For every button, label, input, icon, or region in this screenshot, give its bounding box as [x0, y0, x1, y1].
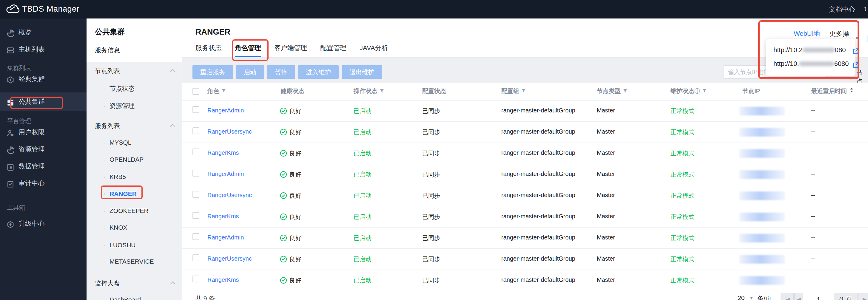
op-status: 已启动 [353, 107, 371, 115]
health-ok-icon [280, 256, 287, 263]
tab-role-management[interactable]: 角色管理 [235, 40, 261, 57]
maint-status: 正常模式 [671, 107, 694, 115]
panel-group-node-list[interactable]: 节点列表 [95, 67, 120, 75]
sidebar-section-toolbox: 工具箱 [7, 204, 25, 212]
sidebar-item-upgrade-center[interactable]: 升级中心 [0, 217, 87, 230]
node-ip-blurred [739, 255, 785, 264]
restart-service-button[interactable]: 重启服务 [192, 65, 233, 79]
tab-config-management[interactable]: 配置管理 [320, 40, 346, 57]
panel-item-knox[interactable]: ·KNOX [104, 224, 127, 231]
webui-url-item[interactable]: http://10.2080 [773, 44, 848, 56]
sidebar-section-clusters: 集群列表 [7, 64, 31, 72]
panel-group-monitor[interactable]: 监控大盘 [95, 279, 120, 288]
conf-status: 已同步 [422, 213, 440, 221]
start-button[interactable]: 启动 [236, 65, 264, 79]
panel-item-ranger[interactable]: ·RANGER [104, 190, 137, 197]
row-checkbox[interactable] [192, 191, 199, 198]
sidebar-item-classic-cluster[interactable]: 经典集群 [0, 72, 87, 86]
node-ip-blurred [739, 128, 785, 137]
health-ok-icon [280, 171, 287, 178]
panel-item-openldap[interactable]: ·OPENLDAP [104, 156, 144, 163]
external-link-icon[interactable] [852, 61, 859, 72]
panel-item-zookeeper[interactable]: ·ZOOKEEPER [104, 207, 149, 214]
role-link[interactable]: RangerAdmin [207, 171, 244, 177]
panel-item-metaservice[interactable]: ·METASERVICE [104, 258, 154, 265]
row-checkbox[interactable] [192, 170, 199, 176]
sidebar-item-data-mgmt[interactable]: 数据管理 [0, 160, 87, 173]
select-all-checkbox[interactable] [192, 88, 199, 95]
caret-down-icon[interactable]: ▼ [749, 296, 753, 300]
webui-url-item[interactable]: http://10.6080 [773, 58, 848, 70]
role-link[interactable]: RangerUsersync [207, 255, 252, 262]
user-menu-partial[interactable]: t [864, 5, 866, 13]
row-checkbox[interactable] [192, 233, 199, 240]
row-checkbox[interactable] [192, 254, 199, 261]
table-row: RangerUsersync 良好 已启动 已同步 ranger-master-… [182, 249, 868, 270]
pagination-current-page[interactable]: 1 [804, 293, 833, 300]
op-status: 已启动 [353, 234, 371, 242]
role-link[interactable]: RangerKms [207, 213, 239, 220]
resource-pie-icon [6, 145, 14, 153]
row-checkbox[interactable] [192, 148, 199, 155]
sidebar-item-audit-center[interactable]: 审计中心 [0, 177, 87, 190]
chevron-up-icon[interactable] [170, 124, 176, 129]
table-header: 角色 健康状态 操作状态 配置状态 配置组 节点类型 维护状态ⓘ 节点IP 最近… [182, 82, 868, 100]
external-link-icon[interactable] [852, 47, 859, 59]
health-ok-icon [280, 107, 287, 114]
pagination-page-total: /1 页 [834, 293, 858, 300]
col-node-ip: 节点IP [742, 87, 760, 95]
tab-java-analysis[interactable]: JAVA分析 [360, 40, 388, 57]
sidebar-item-user-perm[interactable]: 用户权限 [0, 126, 87, 139]
panel-item-krb5[interactable]: ·KRB5 [104, 173, 126, 180]
role-link[interactable]: RangerKms [207, 276, 239, 283]
panel-item-node-resource[interactable]: ·资源管理 [104, 102, 134, 110]
conf-status: 已同步 [422, 276, 440, 285]
panel-item-service-info[interactable]: 服务信息 [95, 46, 120, 54]
filter-funnel-icon[interactable] [703, 88, 707, 95]
panel-item-node-status[interactable]: ·节点状态 [104, 85, 134, 93]
sidebar-item-overview[interactable]: 概览 [0, 26, 87, 39]
sidebar-item-hosts[interactable]: 主机列表 [0, 43, 87, 56]
panel-item-luoshu[interactable]: ·LUOSHU [104, 241, 136, 249]
op-status: 已启动 [353, 255, 371, 263]
role-link[interactable]: RangerAdmin [207, 107, 244, 114]
sidebar-item-public-cluster[interactable]: 公共集群 [0, 95, 87, 108]
panel-item-dashboard[interactable]: ·DashBoard [104, 296, 141, 300]
sidebar-item-resource-mgmt[interactable]: 资源管理 [0, 143, 87, 156]
role-link[interactable]: RangerUsersync [207, 128, 252, 135]
panel-item-mysql[interactable]: ·MYSQL [104, 139, 132, 146]
chevron-up-icon[interactable] [170, 281, 176, 287]
table-row: RangerAdmin 良好 已启动 已同步 ranger-master-def… [182, 228, 868, 249]
pause-button[interactable]: 暂停 [267, 65, 295, 79]
tab-service-status[interactable]: 服务状态 [195, 40, 222, 57]
pagination-next-button[interactable]: ▶ [858, 293, 868, 300]
col-node-type: 节点类型 [597, 87, 627, 95]
role-link[interactable]: RangerKms [207, 149, 239, 156]
page-size-select[interactable]: 20 [738, 294, 744, 300]
info-icon[interactable]: ⓘ [694, 88, 700, 94]
row-checkbox[interactable] [192, 106, 199, 113]
caret-down-icon[interactable]: ▼ [855, 36, 859, 40]
row-checkbox[interactable] [192, 275, 199, 282]
col-health: 健康状态 [280, 87, 304, 95]
tab-client-management[interactable]: 客户端管理 [274, 40, 307, 57]
doc-center-link[interactable]: 文档中心 [829, 5, 855, 14]
exit-maintenance-button[interactable]: 退出维护 [342, 65, 382, 79]
sidebar: 概览 主机列表 集群列表 经典集群 公共集群 平台管理 用户权限 资源管理 [0, 19, 87, 300]
filter-funnel-icon[interactable] [380, 88, 384, 95]
filter-funnel-icon[interactable] [623, 88, 627, 95]
filter-funnel-icon[interactable] [522, 88, 526, 95]
pagination-prev-button[interactable]: ◀ [794, 293, 803, 300]
chevron-up-icon[interactable] [170, 69, 176, 74]
role-link[interactable]: RangerAdmin [207, 234, 244, 241]
row-checkbox[interactable] [192, 127, 199, 134]
role-link[interactable]: RangerUsersync [207, 192, 252, 199]
col-conf-status: 配置状态 [422, 87, 446, 95]
filter-funnel-icon[interactable] [222, 88, 226, 95]
conf-status: 已同步 [422, 255, 440, 263]
enter-maintenance-button[interactable]: 进入维护 [298, 65, 339, 79]
panel-group-service-list[interactable]: 服务列表 [95, 122, 120, 130]
sort-icon[interactable] [850, 88, 854, 94]
row-checkbox[interactable] [192, 212, 199, 219]
pagination-first-button[interactable]: |◀ [781, 293, 794, 300]
